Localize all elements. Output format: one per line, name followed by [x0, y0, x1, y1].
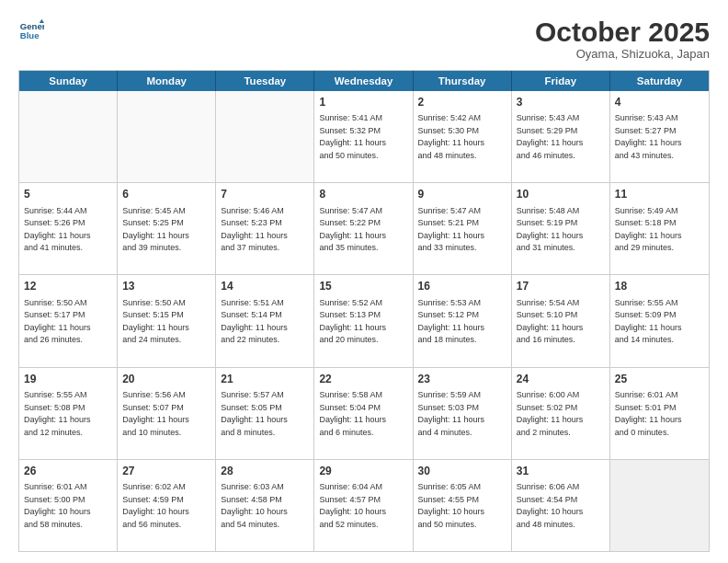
- weekday-header-saturday: Saturday: [610, 71, 709, 91]
- calendar-cell-day-19: 19Sunrise: 5:55 AM Sunset: 5:08 PM Dayli…: [19, 368, 118, 459]
- calendar-cell-day-29: 29Sunrise: 6:04 AM Sunset: 4:57 PM Dayli…: [314, 460, 413, 551]
- day-number: 28: [221, 464, 309, 479]
- day-number: 30: [418, 464, 506, 479]
- weekday-header-thursday: Thursday: [414, 71, 512, 91]
- cell-info: Sunrise: 5:51 AM Sunset: 5:14 PM Dayligh…: [221, 297, 309, 347]
- day-number: 11: [615, 187, 704, 202]
- day-number: 8: [319, 187, 407, 202]
- day-number: 15: [319, 279, 407, 294]
- calendar-row-4: 26Sunrise: 6:01 AM Sunset: 5:00 PM Dayli…: [19, 459, 709, 551]
- calendar-cell-day-17: 17Sunrise: 5:54 AM Sunset: 5:10 PM Dayli…: [512, 275, 610, 366]
- calendar-cell-day-11: 11Sunrise: 5:49 AM Sunset: 5:18 PM Dayli…: [610, 183, 709, 274]
- weekday-header-wednesday: Wednesday: [314, 71, 413, 91]
- calendar-cell-day-28: 28Sunrise: 6:03 AM Sunset: 4:58 PM Dayli…: [216, 460, 314, 551]
- calendar-cell-day-10: 10Sunrise: 5:48 AM Sunset: 5:19 PM Dayli…: [512, 183, 610, 274]
- cell-info: Sunrise: 5:55 AM Sunset: 5:08 PM Dayligh…: [24, 389, 112, 439]
- calendar-cell-day-23: 23Sunrise: 5:59 AM Sunset: 5:03 PM Dayli…: [414, 368, 512, 459]
- calendar-cell-day-7: 7Sunrise: 5:46 AM Sunset: 5:23 PM Daylig…: [216, 183, 314, 274]
- calendar-cell-empty-0-0: [19, 91, 118, 182]
- cell-info: Sunrise: 5:43 AM Sunset: 5:29 PM Dayligh…: [517, 112, 605, 162]
- calendar-cell-day-16: 16Sunrise: 5:53 AM Sunset: 5:12 PM Dayli…: [414, 275, 512, 366]
- calendar-cell-day-20: 20Sunrise: 5:56 AM Sunset: 5:07 PM Dayli…: [118, 368, 216, 459]
- cell-info: Sunrise: 5:53 AM Sunset: 5:12 PM Dayligh…: [418, 297, 506, 347]
- day-number: 9: [418, 187, 506, 202]
- calendar-header: SundayMondayTuesdayWednesdayThursdayFrid…: [19, 71, 709, 91]
- calendar-cell-day-8: 8Sunrise: 5:47 AM Sunset: 5:22 PM Daylig…: [314, 183, 413, 274]
- cell-info: Sunrise: 5:48 AM Sunset: 5:19 PM Dayligh…: [517, 205, 605, 255]
- calendar-cell-day-9: 9Sunrise: 5:47 AM Sunset: 5:21 PM Daylig…: [414, 183, 512, 274]
- day-number: 26: [24, 464, 112, 479]
- cell-info: Sunrise: 5:47 AM Sunset: 5:22 PM Dayligh…: [319, 205, 407, 255]
- weekday-header-tuesday: Tuesday: [216, 71, 314, 91]
- calendar-cell-empty-4-6: [610, 460, 709, 551]
- cell-info: Sunrise: 6:01 AM Sunset: 5:00 PM Dayligh…: [24, 481, 112, 531]
- location: Oyama, Shizuoka, Japan: [535, 47, 710, 61]
- cell-info: Sunrise: 6:04 AM Sunset: 4:57 PM Dayligh…: [319, 481, 407, 531]
- logo: General Blue: [18, 17, 44, 42]
- cell-info: Sunrise: 5:42 AM Sunset: 5:30 PM Dayligh…: [418, 112, 506, 162]
- calendar-cell-day-14: 14Sunrise: 5:51 AM Sunset: 5:14 PM Dayli…: [216, 275, 314, 366]
- day-number: 19: [24, 372, 112, 387]
- title-block: October 2025 Oyama, Shizuoka, Japan: [535, 17, 710, 61]
- calendar-cell-day-30: 30Sunrise: 6:05 AM Sunset: 4:55 PM Dayli…: [414, 460, 512, 551]
- cell-info: Sunrise: 6:03 AM Sunset: 4:58 PM Dayligh…: [221, 481, 309, 531]
- calendar-cell-day-13: 13Sunrise: 5:50 AM Sunset: 5:15 PM Dayli…: [118, 275, 216, 366]
- calendar-cell-day-4: 4Sunrise: 5:43 AM Sunset: 5:27 PM Daylig…: [610, 91, 709, 182]
- calendar-grid: SundayMondayTuesdayWednesdayThursdayFrid…: [18, 70, 710, 552]
- day-number: 20: [122, 372, 210, 387]
- cell-info: Sunrise: 5:47 AM Sunset: 5:21 PM Dayligh…: [418, 205, 506, 255]
- day-number: 1: [319, 95, 407, 110]
- cell-info: Sunrise: 5:56 AM Sunset: 5:07 PM Dayligh…: [122, 389, 210, 439]
- day-number: 2: [418, 95, 506, 110]
- calendar-cell-day-26: 26Sunrise: 6:01 AM Sunset: 5:00 PM Dayli…: [19, 460, 118, 551]
- day-number: 3: [517, 95, 605, 110]
- cell-info: Sunrise: 5:44 AM Sunset: 5:26 PM Dayligh…: [24, 205, 112, 255]
- calendar-body: 1Sunrise: 5:41 AM Sunset: 5:32 PM Daylig…: [19, 91, 709, 551]
- calendar-page: General Blue October 2025 Oyama, Shizuok…: [0, 0, 728, 563]
- page-header: General Blue October 2025 Oyama, Shizuok…: [18, 17, 710, 61]
- cell-info: Sunrise: 6:05 AM Sunset: 4:55 PM Dayligh…: [418, 481, 506, 531]
- cell-info: Sunrise: 5:41 AM Sunset: 5:32 PM Dayligh…: [319, 112, 407, 162]
- calendar-cell-empty-0-2: [216, 91, 314, 182]
- cell-info: Sunrise: 6:02 AM Sunset: 4:59 PM Dayligh…: [122, 481, 210, 531]
- calendar-row-3: 19Sunrise: 5:55 AM Sunset: 5:08 PM Dayli…: [19, 367, 709, 459]
- calendar-cell-day-27: 27Sunrise: 6:02 AM Sunset: 4:59 PM Dayli…: [118, 460, 216, 551]
- cell-info: Sunrise: 5:55 AM Sunset: 5:09 PM Dayligh…: [615, 297, 704, 347]
- day-number: 5: [24, 187, 112, 202]
- cell-info: Sunrise: 5:59 AM Sunset: 5:03 PM Dayligh…: [418, 389, 506, 439]
- cell-info: Sunrise: 5:58 AM Sunset: 5:04 PM Dayligh…: [319, 389, 407, 439]
- calendar-cell-day-1: 1Sunrise: 5:41 AM Sunset: 5:32 PM Daylig…: [314, 91, 413, 182]
- calendar-cell-day-25: 25Sunrise: 6:01 AM Sunset: 5:01 PM Dayli…: [610, 368, 709, 459]
- day-number: 18: [615, 279, 704, 294]
- calendar-cell-day-24: 24Sunrise: 6:00 AM Sunset: 5:02 PM Dayli…: [512, 368, 610, 459]
- weekday-header-sunday: Sunday: [19, 71, 118, 91]
- cell-info: Sunrise: 5:45 AM Sunset: 5:25 PM Dayligh…: [122, 205, 210, 255]
- day-number: 21: [221, 372, 309, 387]
- calendar-cell-empty-0-1: [118, 91, 216, 182]
- calendar-cell-day-31: 31Sunrise: 6:06 AM Sunset: 4:54 PM Dayli…: [512, 460, 610, 551]
- day-number: 25: [615, 372, 704, 387]
- calendar-cell-day-3: 3Sunrise: 5:43 AM Sunset: 5:29 PM Daylig…: [512, 91, 610, 182]
- calendar-row-0: 1Sunrise: 5:41 AM Sunset: 5:32 PM Daylig…: [19, 91, 709, 182]
- day-number: 14: [221, 279, 309, 294]
- svg-text:Blue: Blue: [20, 30, 40, 40]
- cell-info: Sunrise: 5:49 AM Sunset: 5:18 PM Dayligh…: [615, 205, 704, 255]
- cell-info: Sunrise: 5:50 AM Sunset: 5:15 PM Dayligh…: [122, 297, 210, 347]
- day-number: 27: [122, 464, 210, 479]
- calendar-row-2: 12Sunrise: 5:50 AM Sunset: 5:17 PM Dayli…: [19, 274, 709, 366]
- month-title: October 2025: [535, 17, 710, 47]
- weekday-header-friday: Friday: [512, 71, 610, 91]
- day-number: 12: [24, 279, 112, 294]
- cell-info: Sunrise: 5:50 AM Sunset: 5:17 PM Dayligh…: [24, 297, 112, 347]
- day-number: 17: [517, 279, 605, 294]
- day-number: 16: [418, 279, 506, 294]
- cell-info: Sunrise: 5:43 AM Sunset: 5:27 PM Dayligh…: [615, 112, 704, 162]
- calendar-cell-day-18: 18Sunrise: 5:55 AM Sunset: 5:09 PM Dayli…: [610, 275, 709, 366]
- cell-info: Sunrise: 6:01 AM Sunset: 5:01 PM Dayligh…: [615, 389, 704, 439]
- day-number: 29: [319, 464, 407, 479]
- calendar-cell-day-22: 22Sunrise: 5:58 AM Sunset: 5:04 PM Dayli…: [314, 368, 413, 459]
- day-number: 10: [517, 187, 605, 202]
- day-number: 24: [517, 372, 605, 387]
- day-number: 13: [122, 279, 210, 294]
- weekday-header-monday: Monday: [118, 71, 216, 91]
